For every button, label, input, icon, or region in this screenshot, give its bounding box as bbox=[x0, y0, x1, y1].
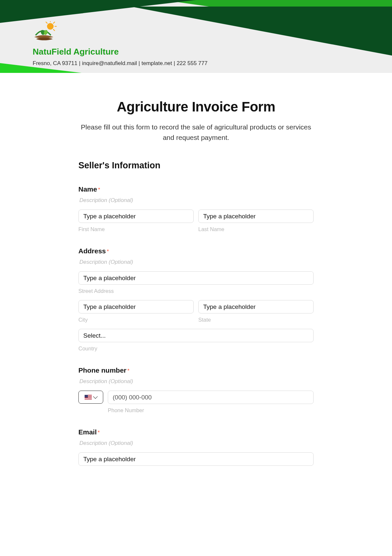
us-flag-icon bbox=[85, 395, 92, 399]
form-subtitle: Please fill out this form to record the … bbox=[78, 122, 314, 143]
label-address: Address bbox=[78, 247, 106, 255]
country-select[interactable] bbox=[78, 329, 314, 342]
svg-point-0 bbox=[47, 23, 54, 29]
required-indicator: * bbox=[107, 249, 109, 254]
sublabel-last-name: Last Name bbox=[198, 226, 314, 232]
label-email: Email bbox=[78, 428, 97, 436]
desc-name: Description (Optional) bbox=[79, 197, 314, 204]
company-logo-icon bbox=[33, 21, 207, 45]
svg-line-4 bbox=[53, 29, 55, 31]
sublabel-street: Street Address bbox=[78, 288, 314, 294]
section-seller-info: Seller's Information bbox=[78, 160, 314, 171]
sublabel-country: Country bbox=[78, 345, 314, 352]
desc-address: Description (Optional) bbox=[79, 259, 314, 265]
state-input[interactable] bbox=[198, 300, 314, 313]
first-name-input[interactable] bbox=[78, 210, 194, 223]
required-indicator: * bbox=[98, 187, 100, 193]
label-name: Name bbox=[78, 185, 97, 193]
sublabel-phone: Phone Number bbox=[108, 407, 314, 413]
label-phone: Phone number bbox=[78, 366, 126, 374]
sublabel-state: State bbox=[198, 317, 314, 323]
field-phone: Phone number* Description (Optional) Pho… bbox=[78, 366, 314, 413]
chevron-down-icon bbox=[93, 394, 98, 399]
email-input[interactable] bbox=[78, 452, 314, 466]
form-title: Agriculture Invoice Form bbox=[78, 99, 314, 115]
svg-line-3 bbox=[53, 22, 55, 23]
sublabel-first-name: First Name bbox=[78, 226, 194, 232]
desc-phone: Description (Optional) bbox=[79, 378, 314, 385]
banner-accent-dark-green-left bbox=[0, 0, 196, 23]
last-name-input[interactable] bbox=[198, 210, 314, 223]
company-name: NatuField Agriculture bbox=[33, 47, 207, 57]
required-indicator: * bbox=[98, 430, 100, 435]
required-indicator: * bbox=[127, 368, 129, 374]
sublabel-city: City bbox=[78, 317, 194, 323]
field-address: Address* Description (Optional) Street A… bbox=[78, 247, 314, 352]
desc-email: Description (Optional) bbox=[79, 440, 314, 446]
field-email: Email* Description (Optional) bbox=[78, 428, 314, 466]
field-name: Name* Description (Optional) First Name … bbox=[78, 185, 314, 232]
phone-number-input[interactable] bbox=[108, 391, 314, 404]
country-code-button[interactable] bbox=[78, 391, 103, 404]
city-input[interactable] bbox=[78, 300, 194, 313]
header-banner: NatuField Agriculture Fresno, CA 93711 |… bbox=[0, 0, 392, 73]
street-address-input[interactable] bbox=[78, 271, 314, 285]
company-info: Fresno, CA 93711 | inquire@natufield.mai… bbox=[33, 60, 207, 67]
svg-line-5 bbox=[46, 22, 47, 23]
